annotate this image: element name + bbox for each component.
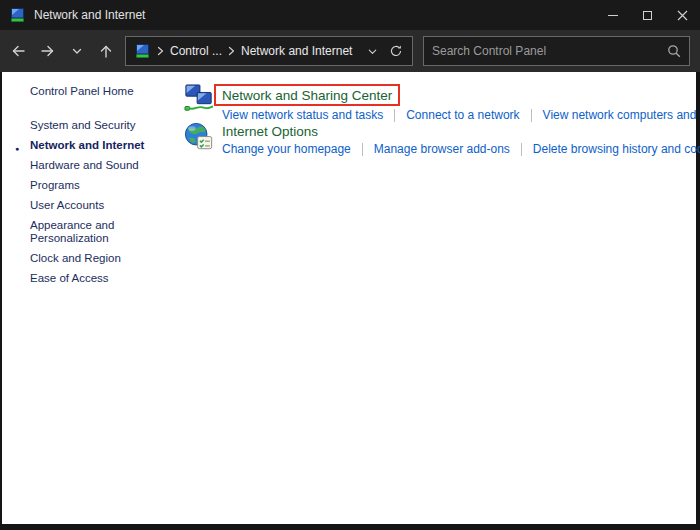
section-body: Internet Options Change your homepage Ma… bbox=[222, 122, 700, 156]
up-arrow-icon bbox=[98, 43, 114, 60]
connect-to-network-link[interactable]: Connect to a network bbox=[406, 108, 519, 122]
sidebar-item-appearance-and-personalization[interactable]: Appearance and Personalization bbox=[2, 219, 132, 245]
view-network-computers-link[interactable]: View network computers and devices bbox=[543, 108, 700, 122]
link-divider bbox=[362, 143, 363, 156]
control-panel-network-icon bbox=[10, 7, 26, 23]
sidebar-item-network-and-internet[interactable]: Network and Internet bbox=[2, 139, 162, 152]
forward-button[interactable] bbox=[33, 36, 62, 66]
recent-locations-button[interactable] bbox=[62, 36, 91, 66]
sidebar-category-list: System and Security Network and Internet… bbox=[2, 119, 182, 285]
back-button[interactable] bbox=[4, 36, 33, 66]
heading-row: Internet Options bbox=[222, 122, 700, 140]
breadcrumb-chevron-icon bbox=[228, 46, 235, 56]
network-sharing-center-icon bbox=[184, 84, 214, 114]
sidebar-item-clock-and-region[interactable]: Clock and Region bbox=[2, 252, 162, 265]
task-links-row: Change your homepage Manage browser add-… bbox=[222, 142, 700, 156]
search-box[interactable] bbox=[423, 36, 690, 66]
section-internet-options: Internet Options Change your homepage Ma… bbox=[184, 122, 696, 156]
highlight-box: Network and Sharing Center bbox=[214, 84, 400, 106]
maximize-button[interactable] bbox=[630, 0, 665, 30]
view-network-status-link[interactable]: View network status and tasks bbox=[222, 108, 383, 122]
heading-row: Network and Sharing Center bbox=[222, 84, 700, 106]
close-button[interactable] bbox=[665, 0, 700, 30]
link-divider bbox=[521, 143, 522, 156]
breadcrumb-root[interactable]: Control ... bbox=[170, 44, 222, 58]
chevron-down-icon bbox=[367, 46, 378, 57]
close-icon bbox=[677, 10, 688, 21]
sidebar-item-user-accounts[interactable]: User Accounts bbox=[2, 199, 162, 212]
window-controls bbox=[595, 0, 700, 30]
maximize-icon bbox=[643, 11, 652, 20]
change-homepage-link[interactable]: Change your homepage bbox=[222, 142, 351, 156]
sidebar-item-control-panel-home[interactable]: Control Panel Home bbox=[30, 85, 182, 97]
breadcrumb-chevron-icon bbox=[157, 46, 164, 56]
search-input[interactable] bbox=[432, 44, 667, 58]
up-button[interactable] bbox=[91, 36, 120, 66]
sidebar-item-system-and-security[interactable]: System and Security bbox=[2, 119, 162, 132]
section-network-and-sharing-center: Network and Sharing Center View network … bbox=[184, 84, 696, 122]
refresh-button[interactable] bbox=[384, 38, 408, 64]
sidebar-item-ease-of-access[interactable]: Ease of Access bbox=[2, 272, 162, 285]
titlebar: Network and Internet bbox=[0, 0, 700, 30]
sidebar-item-programs[interactable]: Programs bbox=[2, 179, 162, 192]
link-divider bbox=[531, 109, 532, 122]
minimize-icon bbox=[608, 15, 618, 16]
breadcrumb-location-icon bbox=[135, 43, 151, 59]
content-area: Control Panel Home System and Security N… bbox=[2, 72, 696, 524]
link-divider bbox=[394, 109, 395, 122]
delete-history-link[interactable]: Delete browsing history and cookies bbox=[533, 142, 700, 156]
internet-options-icon bbox=[184, 122, 214, 152]
chevron-down-icon bbox=[71, 45, 83, 57]
main-panel: Network and Sharing Center View network … bbox=[184, 72, 696, 156]
heading-wrap: Internet Options bbox=[222, 122, 318, 140]
address-bar[interactable]: Control ... Network and Internet bbox=[125, 36, 413, 66]
section-body: Network and Sharing Center View network … bbox=[222, 84, 700, 122]
window-title: Network and Internet bbox=[34, 8, 145, 22]
manage-addons-link[interactable]: Manage browser add-ons bbox=[374, 142, 510, 156]
sidebar-item-hardware-and-sound[interactable]: Hardware and Sound bbox=[2, 159, 162, 172]
internet-options-link[interactable]: Internet Options bbox=[222, 121, 318, 142]
forward-arrow-icon bbox=[39, 43, 56, 59]
search-icon bbox=[667, 44, 681, 58]
address-dropdown-button[interactable] bbox=[360, 38, 384, 64]
refresh-icon bbox=[389, 44, 403, 58]
control-panel-window: Network and Internet bbox=[0, 0, 700, 530]
back-arrow-icon bbox=[10, 43, 27, 59]
breadcrumb-current[interactable]: Network and Internet bbox=[241, 44, 352, 58]
minimize-button[interactable] bbox=[595, 0, 630, 30]
sidebar: Control Panel Home System and Security N… bbox=[2, 72, 182, 292]
navigation-toolbar: Control ... Network and Internet bbox=[0, 30, 700, 72]
task-links-row: View network status and tasks Connect to… bbox=[222, 108, 700, 122]
network-and-sharing-center-link[interactable]: Network and Sharing Center bbox=[216, 85, 398, 106]
